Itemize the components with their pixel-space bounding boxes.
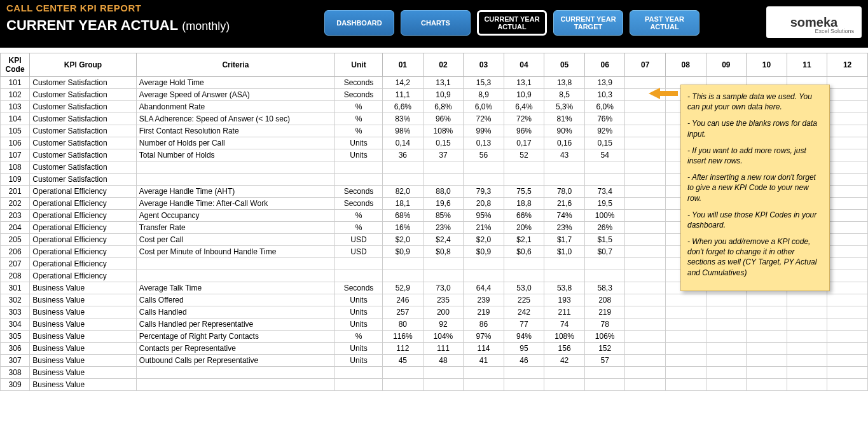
value-cell[interactable]: 73,0 — [423, 282, 464, 294]
value-cell[interactable]: 85% — [423, 210, 464, 222]
value-cell[interactable]: 112 — [383, 343, 424, 355]
value-cell[interactable]: 13,9 — [584, 77, 625, 89]
value-cell[interactable]: 43 — [544, 149, 585, 161]
value-cell[interactable] — [464, 174, 504, 186]
cell[interactable]: % — [334, 210, 382, 222]
value-cell[interactable] — [787, 379, 827, 391]
cell[interactable]: 201 — [1, 186, 30, 198]
value-cell[interactable] — [544, 270, 585, 282]
value-cell[interactable]: 104% — [423, 331, 464, 343]
value-cell[interactable]: 18,8 — [504, 198, 544, 210]
cell[interactable]: Seconds — [334, 89, 382, 101]
value-cell[interactable] — [625, 355, 666, 367]
value-cell[interactable]: 0,16 — [544, 137, 585, 149]
cell[interactable]: 304 — [1, 318, 30, 331]
value-cell[interactable] — [666, 294, 706, 306]
cell[interactable]: Calls Handled — [136, 306, 334, 318]
cell[interactable]: 303 — [1, 306, 30, 318]
cell[interactable]: Seconds — [334, 77, 382, 89]
cell[interactable]: Customer Satisfaction — [30, 174, 137, 186]
value-cell[interactable] — [625, 210, 666, 222]
value-cell[interactable] — [625, 149, 666, 161]
value-cell[interactable] — [827, 282, 868, 294]
value-cell[interactable] — [625, 282, 666, 294]
value-cell[interactable] — [584, 161, 625, 174]
value-cell[interactable] — [787, 343, 827, 355]
cell[interactable]: 203 — [1, 210, 30, 222]
value-cell[interactable] — [787, 355, 827, 367]
value-cell[interactable]: 90% — [544, 125, 585, 137]
cell[interactable]: 103 — [1, 101, 30, 113]
value-cell[interactable] — [625, 161, 666, 174]
value-cell[interactable] — [625, 318, 666, 331]
cell[interactable]: 105 — [1, 125, 30, 137]
cell[interactable]: Business Value — [30, 282, 137, 294]
value-cell[interactable]: 45 — [383, 355, 424, 367]
cell[interactable]: % — [334, 331, 382, 343]
value-cell[interactable] — [706, 355, 747, 367]
past-year-actual-button[interactable]: PAST YEAR ACTUAL — [630, 10, 699, 36]
value-cell[interactable] — [827, 343, 868, 355]
cell[interactable]: Customer Satisfaction — [30, 137, 137, 149]
cell[interactable]: Operational Efficiency — [30, 186, 137, 198]
value-cell[interactable] — [625, 258, 666, 270]
cell[interactable]: 109 — [1, 174, 30, 186]
value-cell[interactable]: 68% — [383, 210, 424, 222]
cell[interactable]: 101 — [1, 77, 30, 89]
value-cell[interactable]: 208 — [584, 294, 625, 306]
value-cell[interactable] — [625, 222, 666, 234]
cell[interactable]: Business Value — [30, 367, 137, 379]
value-cell[interactable] — [827, 210, 868, 222]
value-cell[interactable]: 6,0% — [584, 101, 625, 113]
cell[interactable]: Business Value — [30, 379, 137, 391]
cell[interactable]: % — [334, 125, 382, 137]
cell[interactable] — [334, 174, 382, 186]
value-cell[interactable] — [584, 379, 625, 391]
value-cell[interactable] — [666, 343, 706, 355]
value-cell[interactable] — [464, 161, 504, 174]
value-cell[interactable] — [827, 367, 868, 379]
value-cell[interactable] — [544, 174, 585, 186]
value-cell[interactable] — [827, 125, 868, 137]
value-cell[interactable]: 76% — [584, 113, 625, 125]
value-cell[interactable] — [787, 306, 827, 318]
value-cell[interactable] — [787, 367, 827, 379]
cell[interactable] — [136, 367, 334, 379]
cell[interactable]: 204 — [1, 222, 30, 234]
value-cell[interactable]: 13,1 — [504, 77, 544, 89]
value-cell[interactable] — [504, 270, 544, 282]
cell[interactable]: Units — [334, 343, 382, 355]
value-cell[interactable]: 78,0 — [544, 186, 585, 198]
value-cell[interactable] — [464, 367, 504, 379]
value-cell[interactable] — [584, 258, 625, 270]
value-cell[interactable] — [504, 379, 544, 391]
value-cell[interactable]: 23% — [544, 222, 585, 234]
value-cell[interactable]: $0,8 — [423, 246, 464, 258]
value-cell[interactable] — [706, 306, 747, 318]
cell[interactable]: % — [334, 222, 382, 234]
value-cell[interactable]: 97% — [464, 331, 504, 343]
value-cell[interactable]: 193 — [544, 294, 585, 306]
value-cell[interactable]: $2,0 — [464, 234, 504, 246]
value-cell[interactable] — [827, 137, 868, 149]
value-cell[interactable]: 246 — [383, 294, 424, 306]
cell[interactable]: Calls Offered — [136, 294, 334, 306]
value-cell[interactable]: 152 — [584, 343, 625, 355]
value-cell[interactable] — [827, 222, 868, 234]
value-cell[interactable]: 53,0 — [504, 282, 544, 294]
cell[interactable]: Units — [334, 149, 382, 161]
value-cell[interactable]: $0,9 — [464, 246, 504, 258]
cell[interactable]: 108 — [1, 161, 30, 174]
value-cell[interactable] — [747, 294, 787, 306]
cell[interactable]: Seconds — [334, 186, 382, 198]
value-cell[interactable]: 72% — [464, 113, 504, 125]
value-cell[interactable]: 0,15 — [423, 137, 464, 149]
value-cell[interactable] — [827, 318, 868, 331]
value-cell[interactable] — [747, 306, 787, 318]
value-cell[interactable] — [827, 77, 868, 89]
value-cell[interactable]: 10,3 — [584, 89, 625, 101]
value-cell[interactable] — [625, 101, 666, 113]
value-cell[interactable] — [544, 161, 585, 174]
cell[interactable]: 104 — [1, 113, 30, 125]
value-cell[interactable]: 10,9 — [504, 89, 544, 101]
